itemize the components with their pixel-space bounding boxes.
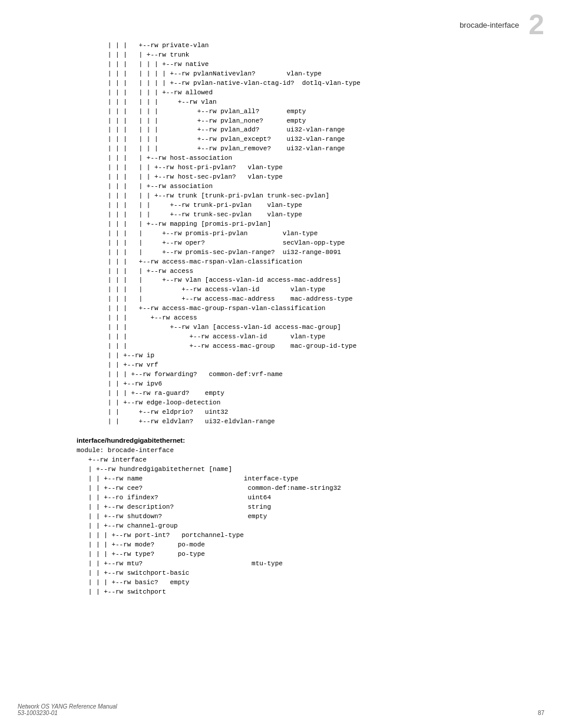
header-number: 2	[528, 11, 544, 39]
top-code-block: | | | +--rw private-vlan | | | | +--rw t…	[77, 41, 562, 426]
page-container: brocade-interface 2 | | | +--rw private-…	[0, 0, 562, 728]
header-title: brocade-interface	[459, 21, 519, 29]
footer-page-number: 87	[538, 710, 544, 716]
footer-manual-title: Network OS YANG Reference Manual	[18, 703, 117, 710]
footer-left: Network OS YANG Reference Manual 53-1003…	[18, 703, 117, 716]
bottom-code-block: module: brocade-interface +--rw interfac…	[77, 446, 562, 597]
section-header: interface/hundredgigabitethernet:	[77, 437, 562, 444]
header-right: brocade-interface 2	[459, 11, 544, 39]
footer-doc-number: 53-1003230-01	[18, 710, 117, 716]
footer: Network OS YANG Reference Manual 53-1003…	[18, 703, 544, 716]
